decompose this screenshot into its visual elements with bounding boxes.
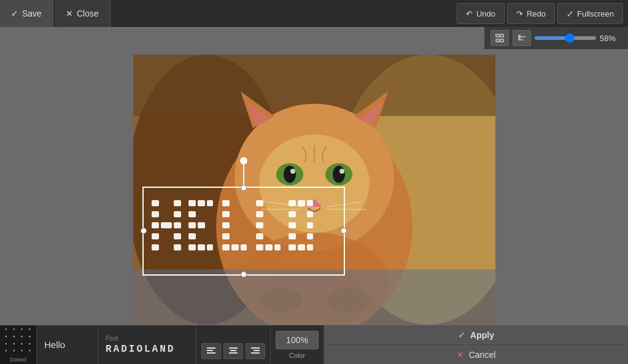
svg-rect-2 (496, 39, 499, 42)
size-color-section: 100% Color (271, 325, 324, 364)
svg-rect-46 (198, 222, 205, 228)
svg-rect-62 (256, 244, 263, 250)
svg-rect-64 (274, 244, 281, 250)
svg-marker-14 (359, 103, 382, 125)
redo-button[interactable]: ↷ Redo (507, 3, 555, 24)
svg-rect-80 (229, 347, 238, 349)
font-preview-label: Dotted (10, 357, 26, 363)
svg-rect-47 (188, 233, 196, 239)
svg-rect-78 (207, 350, 213, 351)
apply-button[interactable]: ✓ Apply (324, 325, 628, 345)
fit-view-button[interactable] (490, 30, 509, 46)
align-buttons (201, 343, 265, 359)
svg-rect-59 (256, 211, 263, 217)
font-name-display: RADIOLAND (106, 344, 188, 355)
svg-rect-76 (307, 244, 313, 250)
redo-label: Redo (527, 9, 546, 18)
svg-marker-13 (247, 103, 269, 125)
svg-point-18 (333, 166, 345, 183)
svg-rect-1 (500, 34, 503, 37)
text-value: Hello (44, 339, 90, 350)
svg-rect-65 (289, 200, 296, 206)
svg-rect-0 (496, 34, 499, 37)
svg-point-6 (336, 55, 495, 325)
svg-rect-70 (289, 222, 296, 228)
second-toolbar: 58% (484, 27, 628, 49)
cat-image (133, 55, 495, 325)
svg-rect-69 (307, 211, 313, 217)
svg-rect-50 (207, 244, 213, 250)
svg-rect-74 (289, 244, 296, 250)
handle-top-center[interactable] (241, 185, 247, 191)
close-label: Close (77, 9, 99, 18)
svg-marker-11 (241, 91, 274, 128)
hello-text-svg (149, 194, 339, 268)
apply-label: Apply (470, 330, 494, 340)
svg-rect-48 (188, 244, 196, 250)
svg-rect-7 (133, 55, 495, 116)
svg-rect-29 (133, 269, 495, 325)
svg-rect-83 (251, 347, 260, 349)
crop-button[interactable] (513, 30, 531, 46)
svg-rect-68 (289, 211, 296, 217)
toolbar-left: ✓ Save ✕ Close (0, 0, 110, 27)
svg-rect-36 (174, 200, 181, 206)
text-overlay-content (144, 188, 344, 274)
align-left-button[interactable] (201, 343, 221, 359)
apply-cancel-section: ✓ Apply ✕ Cancel (324, 325, 628, 364)
svg-rect-52 (222, 211, 230, 217)
cancel-button[interactable]: ✕ Cancel (324, 345, 628, 364)
save-label: Save (22, 9, 42, 18)
svg-rect-63 (265, 244, 273, 250)
align-right-button[interactable] (246, 343, 265, 359)
font-preview-thumbnail: ▪ ▪ ▪ ▪▪ ▪ ▪ ▪▪ ▪ ▪ ▪▪ ▪ ▪ ▪ Dotted (0, 325, 37, 364)
font-preview-text: ▪ ▪ ▪ ▪▪ ▪ ▪ ▪▪ ▪ ▪ ▪▪ ▪ ▪ ▪ (4, 327, 32, 355)
svg-rect-31 (152, 211, 159, 217)
svg-rect-39 (174, 233, 181, 239)
zoom-slider[interactable] (535, 36, 596, 40)
svg-rect-82 (229, 352, 238, 354)
handle-right-middle[interactable] (341, 228, 347, 234)
fullscreen-button[interactable]: ⤢ Fullscreen (557, 3, 623, 24)
handle-bottom-center[interactable] (241, 271, 247, 277)
svg-rect-66 (298, 200, 305, 206)
bottom-panel: ▪ ▪ ▪ ▪▪ ▪ ▪ ▪▪ ▪ ▪ ▪▪ ▪ ▪ ▪ Dotted Hell… (0, 325, 628, 364)
text-input-section: Hello (37, 325, 98, 364)
svg-rect-72 (289, 233, 296, 239)
cancel-label: Cancel (469, 350, 496, 360)
svg-marker-12 (354, 91, 388, 128)
svg-rect-77 (207, 347, 215, 349)
svg-rect-61 (256, 233, 263, 239)
svg-rect-33 (152, 233, 159, 239)
svg-point-20 (339, 169, 344, 174)
svg-point-27 (259, 288, 302, 312)
svg-rect-37 (174, 211, 181, 217)
close-button[interactable]: ✕ Close (55, 0, 110, 27)
size-button[interactable]: 100% (276, 331, 319, 349)
svg-rect-60 (256, 222, 263, 228)
handle-left-middle[interactable] (141, 228, 147, 234)
svg-rect-49 (198, 244, 205, 250)
svg-rect-32 (152, 222, 159, 228)
toolbar-right: ↶ Undo ↷ Redo ⤢ Fullscreen (457, 3, 628, 24)
text-overlay-box[interactable] (142, 187, 345, 276)
undo-arrow-icon: ↶ (466, 9, 473, 18)
svg-point-16 (325, 163, 352, 185)
zoom-slider-container: 58% (535, 34, 622, 43)
svg-rect-44 (188, 211, 196, 217)
undo-button[interactable]: ↶ Undo (457, 3, 505, 24)
svg-point-17 (284, 166, 296, 183)
rotation-handle[interactable] (240, 157, 247, 165)
svg-rect-67 (307, 200, 313, 206)
svg-rect-45 (188, 222, 196, 228)
save-button[interactable]: ✓ Save (0, 0, 53, 27)
fullscreen-icon: ⤢ (567, 9, 573, 18)
svg-rect-41 (188, 200, 196, 206)
svg-rect-57 (241, 244, 247, 250)
align-section (196, 325, 271, 364)
align-center-button[interactable] (223, 343, 243, 359)
redo-arrow-icon: ↷ (516, 9, 523, 18)
svg-rect-3 (500, 39, 503, 42)
svg-rect-73 (307, 233, 313, 239)
svg-rect-30 (152, 200, 159, 206)
